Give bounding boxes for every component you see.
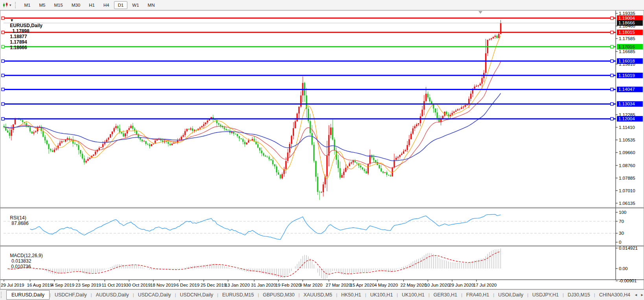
chart-dropdown-icon[interactable]: ▼ — [10, 18, 14, 22]
chart-title-close: 1.18666 — [10, 45, 27, 50]
hline-handle[interactable] — [611, 103, 613, 105]
tab-xauusd-m5[interactable]: XAUUSD,M5 — [300, 290, 336, 300]
hline-handle[interactable] — [2, 118, 4, 120]
tab-eurusd-daily[interactable]: EURUSD,Daily — [6, 290, 50, 300]
date-tick-label: 30 Oct 2019 — [126, 283, 151, 287]
hline-handle[interactable] — [611, 17, 613, 20]
chart-type-button[interactable]: ▾ — [1, 2, 13, 9]
tab-fra40-h1[interactable]: FRA40,H1 — [462, 290, 493, 300]
tab-uk100-h1[interactable]: UK100,H1 — [366, 290, 397, 300]
candle-down — [119, 128, 120, 132]
candle-up — [114, 128, 115, 132]
candle-up — [102, 144, 103, 147]
tab-nav-right-icon[interactable]: ► — [640, 293, 644, 297]
date-tick-label: 15 Apr 2020 — [350, 283, 374, 287]
tabbar-grip[interactable] — [1, 292, 2, 298]
toolbar-grip[interactable] — [15, 2, 17, 8]
tab-gbpusd-m30[interactable]: GBPUSD,M30 — [259, 290, 299, 300]
chart-shift-marker[interactable] — [478, 11, 482, 14]
candle-up — [287, 153, 288, 161]
tab-china300-h4[interactable]: CHINA300,H4 — [595, 290, 634, 300]
timeframe-button-m15[interactable]: M15 — [50, 1, 67, 9]
hline-handle[interactable] — [611, 88, 613, 91]
tab-nav-left-icon[interactable]: ◄ — [634, 293, 638, 297]
candle-down — [390, 175, 391, 177]
axes-layer: 1.193351.184601.175851.166851.158101.122… — [0, 11, 644, 289]
hline-handle[interactable] — [2, 74, 4, 77]
candle-up — [418, 123, 419, 124]
hline-handle[interactable] — [2, 31, 4, 34]
candle-up — [405, 150, 406, 151]
candle-up — [184, 131, 186, 135]
hline-handle[interactable] — [2, 103, 4, 105]
candle-down — [309, 121, 311, 133]
hline-handle[interactable] — [611, 74, 613, 77]
hline-handle[interactable] — [611, 31, 613, 34]
candle-down — [76, 144, 77, 145]
timeframe-button-d1[interactable]: D1 — [114, 1, 128, 9]
candle-up — [403, 151, 404, 154]
hline-price-badge-label: 1.12004 — [618, 116, 635, 121]
tab-usdchf-daily[interactable]: USDCHF,Daily — [51, 290, 91, 300]
timeframe-button-m5[interactable]: M5 — [35, 1, 50, 9]
candle-up — [485, 53, 486, 73]
date-tick-label: 16 Aug 2019 — [27, 283, 53, 287]
chart-type-dropdown-icon[interactable]: ▾ — [9, 3, 11, 7]
candle-up — [326, 156, 328, 177]
hline-handle[interactable] — [2, 45, 4, 48]
tab-usdcnh-daily[interactable]: USDCNH,Daily — [176, 290, 217, 300]
chart-title-high: 1.18877 — [10, 34, 27, 39]
hline-handle[interactable] — [611, 118, 613, 120]
hline-price-badge-label: 1.19004 — [618, 16, 635, 20]
hline-handle[interactable] — [611, 45, 613, 48]
timeframe-button-h1[interactable]: H1 — [85, 1, 99, 9]
tab-uk100-h1[interactable]: UK100,H1 — [398, 290, 429, 300]
timeframe-button-mn[interactable]: MN — [144, 1, 159, 9]
candle-down — [214, 120, 215, 120]
candle-up — [493, 37, 494, 39]
hline-price-badge-label: 1.18015 — [618, 30, 635, 35]
candle-down — [270, 159, 272, 160]
candle-up — [156, 140, 158, 140]
tab-hk50-h1[interactable]: HK50,H1 — [337, 290, 365, 300]
candle-down — [80, 150, 81, 153]
candle-up — [399, 155, 400, 157]
timeframe-button-h4[interactable]: H4 — [99, 1, 113, 9]
candle-down — [313, 145, 315, 161]
candle-up — [410, 134, 412, 139]
candle-up — [401, 154, 402, 155]
chart-window: ▼ EURUSD,Daily 1.17898 1.18877 1.17894 1… — [0, 10, 644, 289]
timeframe-button-m30[interactable]: M30 — [68, 1, 84, 9]
tab-ger30-h1[interactable]: GER30,H1 — [430, 290, 461, 300]
date-tick-label: 10 Jun 2020 — [425, 283, 449, 287]
timeframe-button-m1[interactable]: M1 — [20, 1, 35, 9]
tab-eurusd-m15[interactable]: EURUSD,M15 — [218, 290, 258, 300]
candle-up — [455, 110, 456, 112]
hline-price-badge-label: 1.13034 — [618, 101, 635, 106]
candle-down — [82, 154, 83, 158]
hline-handle[interactable] — [611, 60, 613, 63]
candle-up — [289, 144, 290, 153]
candle-down — [169, 144, 171, 145]
candle-up — [15, 119, 16, 124]
tab-dj30-m15[interactable]: DJ30,M15 — [564, 290, 594, 300]
candle-up — [461, 107, 462, 109]
candle-down — [132, 126, 133, 129]
candle-down — [265, 156, 266, 157]
tab-usoil-daily[interactable]: USOil,Daily — [494, 290, 527, 300]
tab-usdjpy-h1[interactable]: USDJPY,H1 — [528, 290, 563, 300]
hline-handle[interactable] — [2, 88, 4, 91]
candle-up — [182, 135, 184, 137]
hline-handle[interactable] — [2, 17, 4, 20]
hline-handle[interactable] — [2, 60, 4, 63]
candle-up — [474, 87, 475, 88]
chart-canvas[interactable]: 1.193351.184601.175851.166851.158101.122… — [0, 10, 644, 289]
tab-usdcad-daily[interactable]: USDCAD,Daily — [134, 290, 175, 300]
timeframe-button-w1[interactable]: W1 — [128, 1, 143, 9]
candle-down — [167, 142, 169, 144]
tab-audusd-daily[interactable]: AUDUSD,Daily — [92, 290, 133, 300]
candle-down — [354, 160, 355, 162]
candle-down — [433, 105, 434, 109]
candle-down — [227, 130, 228, 131]
macd-name: MACD(12,26,9) — [10, 253, 42, 258]
